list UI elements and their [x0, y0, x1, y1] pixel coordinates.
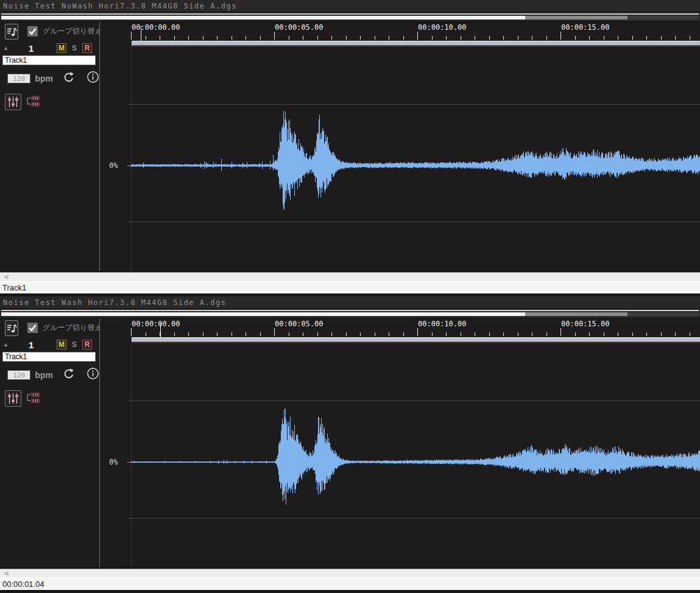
- waveform-canvas[interactable]: [131, 41, 700, 271]
- status-bar: 00:00:01.04: [0, 578, 700, 592]
- ruler-minor-tick: [589, 332, 590, 336]
- group-toggle-label: グループ切り替え: [43, 26, 102, 37]
- faders-icon: [6, 391, 20, 405]
- ruler-minor-tick: [690, 332, 690, 336]
- ruler-minor-tick: [646, 36, 647, 40]
- ruler-time-label: 00:00:00.00: [132, 23, 180, 32]
- refresh-button[interactable]: [63, 71, 74, 85]
- window-title: Noise Test NoWash Hori7.3.8 M44G8 Side A…: [0, 0, 700, 12]
- ruler-minor-tick: [331, 332, 332, 336]
- ruler-minor-tick: [675, 332, 676, 336]
- timeline-scrollbar[interactable]: [0, 12, 700, 22]
- scrollbar-thumb[interactable]: [1, 16, 525, 19]
- track-number: 1: [29, 340, 34, 350]
- window-title: Noise Test Wash Hori7.3.8 M44G8 Side A.d…: [0, 296, 700, 309]
- ruler-major-tick: [131, 328, 132, 336]
- ruler-time-label: 00:00:15.00: [561, 320, 609, 328]
- ruler-minor-tick: [518, 36, 518, 40]
- ruler-minor-tick: [303, 332, 303, 336]
- ruler-major-tick: [417, 328, 418, 336]
- ruler-minor-tick: [518, 332, 518, 336]
- group-toggle-checkbox[interactable]: [27, 323, 38, 333]
- waveform-canvas[interactable]: [131, 337, 700, 567]
- info-button[interactable]: [87, 71, 99, 86]
- bpm-input[interactable]: 120: [7, 370, 30, 380]
- ruler-minor-tick: [317, 332, 318, 336]
- solo-button[interactable]: S: [69, 43, 79, 53]
- ruler-minor-tick: [346, 332, 347, 336]
- mixer-button[interactable]: [5, 390, 21, 407]
- ruler-minor-tick: [174, 36, 175, 40]
- ruler-minor-tick: [203, 36, 203, 40]
- refresh-button[interactable]: [63, 368, 74, 382]
- ruler-minor-tick: [461, 332, 461, 336]
- ruler-time-label: 00:00:15.00: [561, 23, 609, 32]
- timeline-scrollbar[interactable]: [0, 309, 700, 318]
- horizontal-scrollbar[interactable]: <: [0, 569, 700, 578]
- ruler-minor-tick: [146, 36, 146, 40]
- ruler-minor-tick: [403, 36, 404, 40]
- waveform-display[interactable]: 0%: [100, 41, 700, 271]
- record-button[interactable]: R: [82, 43, 92, 53]
- mixer-button[interactable]: [5, 94, 21, 110]
- group-toggle-label: グループ切り替え: [43, 323, 102, 333]
- ruler-minor-tick: [632, 36, 633, 40]
- collapse-track-icon[interactable]: ▲: [3, 342, 9, 348]
- horizontal-scrollbar[interactable]: <: [0, 272, 700, 281]
- scrollbar-top-line: [1, 13, 699, 15]
- ruler-minor-tick: [331, 36, 332, 40]
- collapse-track-icon[interactable]: ▲: [3, 45, 9, 51]
- ruler-minor-tick: [217, 332, 217, 336]
- info-icon: [87, 367, 99, 380]
- info-button[interactable]: [87, 367, 99, 382]
- playhead-cursor[interactable]: [141, 26, 141, 41]
- bpm-input[interactable]: 120: [7, 74, 30, 83]
- scroll-left-icon[interactable]: <: [4, 569, 9, 578]
- ruler-minor-tick: [289, 36, 289, 40]
- group-toggle-checkbox[interactable]: [27, 26, 38, 37]
- ruler-major-tick: [131, 32, 132, 40]
- send-routing-icon[interactable]: [25, 94, 41, 110]
- bpm-label: bpm: [35, 74, 53, 83]
- ruler-minor-tick: [446, 36, 447, 40]
- ruler-minor-tick: [246, 36, 246, 40]
- track-name-input[interactable]: Track1: [2, 352, 96, 362]
- time-ruler[interactable]: 00:00:00.0000:00:05.0000:00:10.0000:00:1…: [100, 318, 700, 337]
- ruler-minor-tick: [246, 332, 246, 336]
- ruler-minor-tick: [260, 36, 261, 40]
- send-routing-icon[interactable]: [25, 391, 41, 407]
- ruler-minor-tick: [589, 36, 590, 40]
- ruler-minor-tick: [475, 332, 475, 336]
- mute-button[interactable]: M: [57, 340, 66, 349]
- ruler-minor-tick: [375, 36, 375, 40]
- ruler-minor-tick: [661, 332, 662, 336]
- ruler-minor-tick: [432, 36, 433, 40]
- mute-button[interactable]: M: [57, 43, 66, 53]
- note-list-button[interactable]: [5, 24, 18, 40]
- scroll-left-icon[interactable]: <: [4, 273, 9, 281]
- ruler-minor-tick: [604, 36, 604, 40]
- track-name-input[interactable]: Track1: [2, 55, 96, 65]
- note-list-button[interactable]: [5, 320, 18, 336]
- scrollbar-thumb[interactable]: [1, 312, 525, 316]
- solo-button[interactable]: S: [69, 340, 79, 349]
- record-button[interactable]: R: [82, 340, 92, 349]
- ruler-minor-tick: [532, 36, 532, 40]
- playhead-cursor[interactable]: [160, 323, 161, 337]
- ruler-minor-tick: [618, 332, 618, 336]
- ruler-time-label: 00:00:05.00: [275, 320, 323, 328]
- ruler-minor-tick: [646, 332, 647, 336]
- ruler-minor-tick: [174, 332, 175, 336]
- scrollbar-secondary-segment: [525, 312, 628, 316]
- ruler-minor-tick: [188, 332, 189, 336]
- waveform-display[interactable]: 0%: [100, 337, 700, 567]
- ruler-major-tick: [560, 32, 561, 40]
- time-ruler[interactable]: 00:00:00.0000:00:05.0000:00:10.0000:00:1…: [100, 22, 700, 41]
- ruler-minor-tick: [489, 332, 490, 336]
- track-control-panel: グループ切り替え ▲ 1 M S R Track1 120 bpm: [0, 318, 99, 567]
- editor-window-nowash: Noise Test NoWash Hori7.3.8 M44G8 Side A…: [0, 0, 700, 296]
- track-number: 1: [29, 43, 34, 54]
- ruler-major-tick: [274, 32, 275, 40]
- ruler-time-label: 00:00:10.00: [418, 23, 466, 32]
- ruler-minor-tick: [575, 332, 576, 336]
